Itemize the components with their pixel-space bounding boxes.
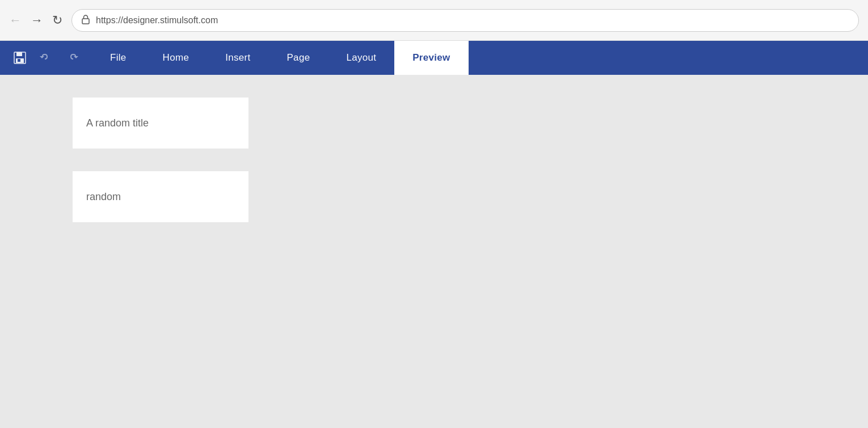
random-card-text: random [86, 191, 121, 203]
url-display: https://designer.stimulsoft.com [96, 15, 218, 26]
svg-rect-2 [16, 52, 22, 56]
tab-insert-label: Insert [225, 52, 250, 63]
forward-icon: → [31, 13, 43, 27]
tab-layout-label: Layout [346, 52, 376, 63]
toolbar-nav: File Home Insert Page Layout Preview [92, 41, 868, 75]
back-icon: ← [9, 13, 22, 27]
save-icon [14, 52, 26, 64]
toolbar-left [0, 41, 92, 75]
browser-nav-buttons: ← → ↻ [9, 14, 62, 27]
tab-preview-label: Preview [412, 52, 450, 63]
redo-icon [66, 52, 78, 64]
random-card: random [73, 171, 248, 222]
lock-icon [81, 14, 90, 27]
svg-rect-4 [18, 59, 20, 62]
app-toolbar: File Home Insert Page Layout Preview [0, 41, 868, 75]
back-button[interactable]: ← [9, 14, 22, 27]
tab-preview[interactable]: Preview [394, 41, 468, 75]
undo-icon [40, 52, 52, 64]
refresh-button[interactable]: ↻ [52, 14, 62, 27]
browser-chrome: ← → ↻ https://designer.stimulsoft.com [0, 0, 868, 41]
tab-file-label: File [110, 52, 127, 63]
title-card-text: A random title [86, 117, 149, 129]
tab-page-label: Page [286, 52, 310, 63]
tab-home[interactable]: Home [145, 41, 208, 75]
title-card: A random title [73, 98, 248, 149]
tab-page[interactable]: Page [268, 41, 328, 75]
redo-button[interactable] [61, 48, 83, 67]
svg-rect-0 [82, 19, 89, 24]
undo-button[interactable] [35, 48, 57, 67]
address-bar[interactable]: https://designer.stimulsoft.com [71, 9, 859, 32]
forward-button[interactable]: → [31, 14, 43, 27]
tab-insert[interactable]: Insert [207, 41, 268, 75]
tab-layout[interactable]: Layout [328, 41, 394, 75]
tab-file[interactable]: File [92, 41, 145, 75]
main-content: A random title random [0, 75, 868, 428]
tab-home-label: Home [163, 52, 189, 63]
save-button[interactable] [9, 48, 31, 67]
refresh-icon: ↻ [52, 13, 62, 27]
